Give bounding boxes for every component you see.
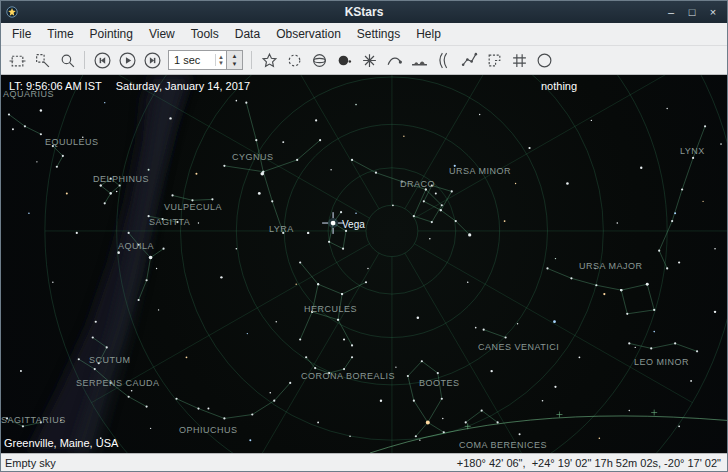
- minimize-button[interactable]: –: [665, 7, 677, 18]
- time-step-stepper[interactable]: ▲▼: [227, 50, 243, 70]
- kstars-app-icon: [6, 6, 18, 18]
- pan-icon: [9, 52, 26, 69]
- toggle-stars-button[interactable]: [257, 48, 281, 72]
- constellation-label: COMA BERENICES: [459, 440, 547, 450]
- constellation-label: URSA MAJOR: [579, 261, 643, 271]
- planets-icon: [311, 52, 328, 69]
- status-bar: Empty sky +180° 42' 06", +24° 19' 02" 17…: [1, 453, 727, 471]
- menu-file[interactable]: File: [4, 24, 39, 44]
- constbounds-icon: [486, 52, 503, 69]
- constellation-label: SERPENS CAUDA: [76, 378, 160, 388]
- menu-data[interactable]: Data: [227, 24, 268, 44]
- toggle-milky-way-button[interactable]: [432, 48, 456, 72]
- constellation-label: SAGITTA: [149, 217, 190, 227]
- constellation-label: LYRA: [269, 224, 294, 234]
- milkyway-icon: [436, 52, 453, 69]
- time-forward-button[interactable]: [140, 48, 164, 72]
- focused-star-label: Vega: [342, 219, 365, 230]
- constellation-label: VULPECULA: [164, 202, 222, 212]
- constellation-label: SAGITTARIUS: [1, 415, 66, 425]
- date-text: Saturday, January 14, 2017: [116, 80, 250, 92]
- status-message: Empty sky: [5, 457, 56, 469]
- moon-icon: [336, 52, 353, 69]
- toggle-supernovae-button[interactable]: [357, 48, 381, 72]
- close-button[interactable]: ×: [707, 7, 719, 18]
- menu-bar: FileTimePointingViewToolsDataObservation…: [1, 23, 727, 46]
- toggle-fov-symbol-button[interactable]: [532, 48, 556, 72]
- constellation-label: HERCULES: [304, 304, 357, 314]
- toggle-horizon-button[interactable]: [407, 48, 431, 72]
- step-up-icon[interactable]: ▲: [232, 52, 238, 60]
- constellation-label: OPHIUCHUS: [179, 425, 238, 435]
- constellation-label: DELPHINUS: [93, 174, 149, 184]
- find-object-button[interactable]: [55, 48, 79, 72]
- status-coordinates: +180° 42' 06", +24° 19' 02" 17h 52m 02s,…: [457, 457, 721, 469]
- fov-icon: [536, 52, 553, 69]
- constellation-label: CANES VENATICI: [478, 342, 559, 352]
- stepback-icon: [94, 52, 111, 69]
- constellation-label: LYNX: [680, 146, 705, 156]
- toggle-constellation-boundaries-button[interactable]: [482, 48, 506, 72]
- constellation-label: AQUILA: [118, 241, 154, 251]
- constellation-label: LEO MINOR: [634, 357, 689, 367]
- menu-pointing[interactable]: Pointing: [82, 24, 141, 44]
- zoomsel-icon: [34, 52, 51, 69]
- local-time-text: LT: 9:56:06 AM IST: [9, 80, 102, 92]
- toggle-deep-sky-objects-button[interactable]: [282, 48, 306, 72]
- constellation-label: URSA MINOR: [449, 166, 511, 176]
- kstars-window: KStars – □ × FileTimePointingViewToolsDa…: [0, 0, 728, 472]
- toggle-constellation-lines-button[interactable]: [457, 48, 481, 72]
- time-step-unit-spinner[interactable]: ▲▼: [215, 54, 226, 66]
- toolbar-separator: [251, 51, 252, 69]
- window-title: KStars: [1, 5, 727, 19]
- maximize-button[interactable]: □: [686, 7, 698, 18]
- constlines-icon: [461, 52, 478, 69]
- dso-icon: [286, 52, 303, 69]
- time-overlay: LT: 9:56:06 AM ISTSaturday, January 14, …: [9, 80, 250, 92]
- star-icon: [261, 52, 278, 69]
- comet-icon: [386, 52, 403, 69]
- toggle-moon-button[interactable]: [332, 48, 356, 72]
- menu-view[interactable]: View: [141, 24, 183, 44]
- step-down-icon[interactable]: ▼: [232, 60, 238, 68]
- ground-icon: [411, 52, 428, 69]
- constellation-label: SCUTUM: [89, 355, 131, 365]
- supernova-icon: [361, 52, 378, 69]
- title-bar[interactable]: KStars – □ ×: [1, 1, 727, 23]
- constellation-label: DRACO: [400, 179, 435, 189]
- location-overlay: Greenville, Maine, USA: [4, 437, 118, 449]
- constellation-label: CORONA BOREALIS: [301, 371, 395, 381]
- menu-observation[interactable]: Observation: [268, 24, 349, 44]
- stepfwd-icon: [144, 52, 161, 69]
- menu-time[interactable]: Time: [39, 24, 81, 44]
- constellation-label: CYGNUS: [232, 152, 274, 162]
- constellation-label: EQUULEUS: [45, 137, 99, 147]
- time-step-value: 1 sec: [174, 54, 200, 66]
- time-play-pause-button[interactable]: [115, 48, 139, 72]
- focus-object-overlay: nothing: [541, 80, 577, 92]
- time-step-spinbox[interactable]: 1 sec▲▼▲▼: [168, 50, 243, 70]
- play-icon: [119, 52, 136, 69]
- constellation-label: BOOTES: [419, 378, 460, 388]
- toggle-solar-system-button[interactable]: [307, 48, 331, 72]
- find-icon: [59, 52, 76, 69]
- toolbar: 1 sec▲▼▲▼: [1, 46, 727, 75]
- menu-help[interactable]: Help: [408, 24, 449, 44]
- toggle-satellites-button[interactable]: [382, 48, 406, 72]
- menu-tools[interactable]: Tools: [183, 24, 227, 44]
- time-backward-button[interactable]: [90, 48, 114, 72]
- time-step-field[interactable]: 1 sec▲▼: [168, 50, 227, 70]
- eqgrid-icon: [511, 52, 528, 69]
- toggle-equatorial-grid-button[interactable]: [507, 48, 531, 72]
- toolbar-separator: [84, 51, 85, 69]
- menu-settings[interactable]: Settings: [349, 24, 408, 44]
- sky-map[interactable]: AQUARIUSEQUULEUSDELPHINUSVULPECULASAGITT…: [1, 75, 727, 453]
- zoom-horizontal-button[interactable]: [5, 48, 29, 72]
- zoom-to-region-button[interactable]: [30, 48, 54, 72]
